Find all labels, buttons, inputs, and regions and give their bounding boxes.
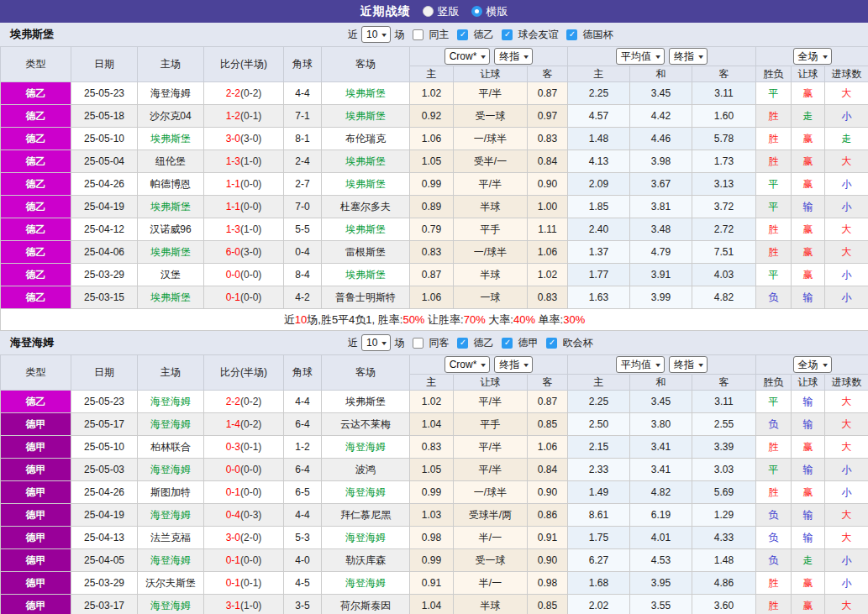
- odds-source-header: 全场▾: [756, 47, 868, 66]
- home-team-cell: 埃弗斯堡: [138, 196, 204, 218]
- column-header: 类型: [1, 47, 71, 82]
- avg-home-odds: 2.09: [568, 173, 630, 196]
- crow-home-odds: 0.91: [410, 572, 454, 595]
- competition-label: 德甲: [518, 336, 538, 350]
- home-team-cell: 海登海姆: [138, 413, 204, 436]
- final-odds-select[interactable]: 终指▾: [494, 48, 533, 65]
- fulltime-score: 1-1: [226, 178, 240, 190]
- avg-draw-odds: 3.41: [630, 436, 692, 459]
- avg-away-odds: 3.11: [692, 82, 756, 105]
- score-cell: 0-1(0-0): [204, 481, 284, 504]
- result-cell: 胜: [756, 572, 792, 595]
- table-row: 德乙25-04-12汉诺威961-3(1-0)5-5埃弗斯堡0.79平手1.11…: [1, 218, 868, 241]
- date-cell: 25-05-03: [71, 459, 138, 481]
- chevron-down-icon: ▾: [698, 53, 703, 60]
- average-select[interactable]: 平均值▾: [616, 48, 665, 65]
- same-venue-checkbox[interactable]: [413, 29, 423, 40]
- avg-draw-odds: 4.82: [630, 481, 692, 504]
- score-cell: 6-0(3-0): [204, 241, 284, 264]
- crow-away-odds: 0.84: [528, 459, 568, 481]
- goals-result-cell: 大: [825, 595, 868, 614]
- avg-home-odds: 1.37: [568, 241, 630, 264]
- handicap-result-cell: 输: [792, 459, 825, 481]
- avg-draw-odds: 3.95: [630, 572, 692, 595]
- corner-cell: 4-4: [284, 391, 322, 413]
- competition-checkbox[interactable]: ✓: [502, 29, 513, 40]
- corner-cell: 2-7: [284, 173, 322, 196]
- competition-checkbox[interactable]: ✓: [457, 338, 468, 349]
- avg-home-odds: 8.61: [568, 504, 630, 527]
- away-team-cell: 埃弗斯堡: [322, 82, 410, 105]
- halftime-score: (0-2): [240, 418, 261, 430]
- corner-cell: 3-5: [284, 595, 322, 614]
- avg-home-odds: 1.85: [568, 196, 630, 218]
- competition-checkbox[interactable]: ✓: [546, 338, 557, 349]
- radio-icon-vertical[interactable]: [423, 6, 434, 17]
- result-cell: 胜: [756, 150, 792, 173]
- same-venue-checkbox[interactable]: [413, 338, 423, 349]
- goals-result-cell: 小: [825, 459, 868, 481]
- avg-home-odds: 2.40: [568, 218, 630, 241]
- halftime-score: (3-0): [240, 246, 261, 258]
- page-banner: 近期战绩 竖版 横版: [0, 0, 868, 23]
- final-odds-select-2[interactable]: 终指▾: [669, 48, 708, 65]
- handicap-line: 平/半: [454, 436, 528, 459]
- result-cell: 平: [756, 391, 792, 413]
- full-match-select[interactable]: 全场▾: [793, 48, 832, 65]
- matches-count-select[interactable]: 10▾: [361, 334, 391, 351]
- table-row: 德乙25-05-04纽伦堡1-3(1-0)2-4埃弗斯堡1.05受半/一0.84…: [1, 150, 868, 173]
- crow-home-odds: 0.99: [410, 481, 454, 504]
- avg-away-odds: 3.60: [692, 595, 756, 614]
- crow-away-odds: 0.90: [528, 173, 568, 196]
- table-row: 德甲25-05-03海登海姆0-0(0-0)6-4波鸿1.05平/半0.842.…: [1, 459, 868, 481]
- corner-cell: 6-4: [284, 413, 322, 436]
- radio-icon-horizontal[interactable]: [471, 6, 482, 17]
- chevron-down-icon: ▾: [524, 53, 529, 60]
- layout-option-horizontal[interactable]: 横版: [471, 4, 508, 19]
- away-team-cell: 海登海姆: [322, 572, 410, 595]
- chevron-down-icon: ▾: [823, 361, 828, 369]
- final-odds-select[interactable]: 终指▾: [494, 356, 533, 373]
- score-cell: 3-0(3-0): [204, 128, 284, 150]
- home-team-cell: 海登海姆: [138, 459, 204, 481]
- competition-checkbox[interactable]: ✓: [502, 338, 513, 349]
- league-cell: 德乙: [1, 128, 71, 150]
- layout-option-vertical[interactable]: 竖版: [423, 4, 460, 19]
- goals-result-cell: 小: [825, 286, 868, 309]
- handicap-line: 平手: [454, 413, 528, 436]
- competition-checkbox[interactable]: ✓: [457, 29, 468, 40]
- matches-count-select[interactable]: 10▾: [361, 26, 391, 43]
- avg-draw-odds: 4.42: [630, 105, 692, 128]
- team-name: 埃弗斯堡: [10, 27, 348, 42]
- filter-prefix-label: 近: [348, 336, 358, 350]
- score-cell: 0-1(0-0): [204, 286, 284, 309]
- score-cell: 0-0(0-0): [204, 459, 284, 481]
- home-team-cell: 帕德博恩: [138, 173, 204, 196]
- result-cell: 负: [756, 504, 792, 527]
- crow-company-select[interactable]: Crow*▾: [445, 356, 491, 373]
- crow-company-select[interactable]: Crow*▾: [445, 48, 491, 65]
- result-cell: 负: [756, 286, 792, 309]
- crow-away-odds: 0.91: [528, 527, 568, 549]
- team-section-header: 埃弗斯堡近10▾场同主✓德乙✓球会友谊✓德国杯: [0, 23, 868, 46]
- final-odds-select-2[interactable]: 终指▾: [669, 356, 708, 373]
- fulltime-score: 3-0: [226, 532, 240, 543]
- date-cell: 25-03-15: [71, 286, 138, 309]
- table-row: 德甲25-05-10柏林联合0-3(0-1)1-2海登海姆0.83平/半1.06…: [1, 436, 868, 459]
- date-cell: 25-03-29: [71, 572, 138, 595]
- date-cell: 25-04-13: [71, 527, 138, 549]
- sub-column-header: 客: [692, 66, 756, 82]
- summary-segment: 场,胜5平4负1, 胜率:: [307, 313, 402, 326]
- home-team-cell: 埃弗斯堡: [138, 128, 204, 150]
- summary-segment: 30%: [563, 313, 585, 326]
- league-cell: 德乙: [1, 391, 71, 413]
- handicap-result-cell: 赢: [792, 218, 825, 241]
- average-select[interactable]: 平均值▾: [616, 356, 665, 373]
- crow-away-odds: 0.83: [528, 128, 568, 150]
- score-cell: 1-2(0-1): [204, 105, 284, 128]
- date-cell: 25-04-06: [71, 241, 138, 264]
- date-cell: 25-05-04: [71, 150, 138, 173]
- competition-checkbox[interactable]: ✓: [566, 29, 577, 40]
- league-cell: 德乙: [1, 218, 71, 241]
- full-match-select[interactable]: 全场▾: [793, 356, 832, 373]
